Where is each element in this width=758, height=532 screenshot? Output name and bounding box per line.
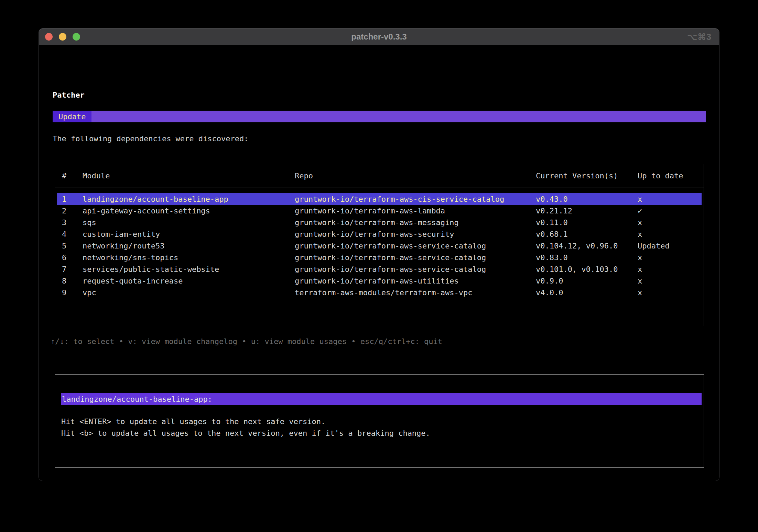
row-versions: v0.43.0 xyxy=(536,195,638,203)
intro-text: The following dependencies were discover… xyxy=(53,134,249,143)
row-up-to-date: x xyxy=(638,277,702,285)
zoom-button[interactable] xyxy=(73,33,80,41)
row-versions: v0.104.12, v0.96.0 xyxy=(536,242,638,250)
table-row[interactable]: 9 vpc terraform-aws-modules/terraform-aw… xyxy=(57,287,702,298)
row-num: 6 xyxy=(62,253,83,262)
minimize-button[interactable] xyxy=(59,33,66,41)
window-shortcut-hint: ⌥⌘3 xyxy=(687,32,712,42)
row-up-to-date: x xyxy=(638,218,702,227)
row-up-to-date: Updated xyxy=(638,242,702,250)
row-repo: gruntwork-io/terraform-aws-lambda xyxy=(295,207,536,215)
row-versions: v0.83.0 xyxy=(536,253,638,262)
tab-bar: Update xyxy=(53,111,706,122)
table-row[interactable]: 3 sqs gruntwork-io/terraform-aws-messagi… xyxy=(57,217,702,228)
row-versions: v0.101.0, v0.103.0 xyxy=(536,265,638,274)
row-up-to-date: x xyxy=(638,195,702,203)
detail-instruction-breaking: Hit <b> to update all usages to the next… xyxy=(61,429,430,437)
row-module: sqs xyxy=(83,218,295,227)
detail-panel: landingzone/account-baseline-app: Hit <E… xyxy=(55,374,704,468)
row-module: custom-iam-entity xyxy=(83,230,295,239)
row-module: services/public-static-website xyxy=(83,265,295,274)
row-versions: v0.68.1 xyxy=(536,230,638,239)
row-module: vpc xyxy=(83,288,295,297)
row-repo: gruntwork-io/terraform-aws-utilities xyxy=(295,277,536,285)
row-module: request-quota-increase xyxy=(83,277,295,285)
detail-instruction-enter: Hit <ENTER> to update all usages to the … xyxy=(61,417,325,426)
row-repo: gruntwork-io/terraform-aws-service-catal… xyxy=(295,242,536,250)
row-module: networking/route53 xyxy=(83,242,295,250)
close-button[interactable] xyxy=(45,33,53,41)
row-versions: v4.0.0 xyxy=(536,288,638,297)
row-up-to-date: x xyxy=(638,265,702,274)
row-num: 9 xyxy=(62,288,83,297)
row-up-to-date: ✓ xyxy=(638,207,702,215)
row-up-to-date: x xyxy=(638,253,702,262)
row-repo: gruntwork-io/terraform-aws-service-catal… xyxy=(295,265,536,274)
table-row[interactable]: 4 custom-iam-entity gruntwork-io/terrafo… xyxy=(57,228,702,240)
row-repo: gruntwork-io/terraform-aws-security xyxy=(295,230,536,239)
table-row[interactable]: 6 networking/sns-topics gruntwork-io/ter… xyxy=(57,252,702,263)
table-body: 1 landingzone/account-baseline-app grunt… xyxy=(55,193,704,298)
row-repo: terraform-aws-modules/terraform-aws-vpc xyxy=(295,288,536,297)
row-num: 4 xyxy=(62,230,83,239)
app-window: patcher-v0.3.3 ⌥⌘3 Patcher Update The fo… xyxy=(39,28,719,481)
table-row[interactable]: 5 networking/route53 gruntwork-io/terraf… xyxy=(57,240,702,252)
row-repo: gruntwork-io/terraform-aws-service-catal… xyxy=(295,253,536,262)
table-row[interactable]: 7 services/public-static-website gruntwo… xyxy=(57,263,702,275)
row-module: networking/sns-topics xyxy=(83,253,295,262)
row-num: 5 xyxy=(62,242,83,250)
row-versions: v0.21.12 xyxy=(536,207,638,215)
table-header: # Module Repo Current Version(s) Up to d… xyxy=(57,170,702,181)
row-module: landingzone/account-baseline-app xyxy=(83,195,295,203)
row-num: 1 xyxy=(62,195,83,203)
tab-update[interactable]: Update xyxy=(53,111,91,122)
desktop-background: patcher-v0.3.3 ⌥⌘3 Patcher Update The fo… xyxy=(0,0,758,532)
column-header-repo: Repo xyxy=(295,171,536,180)
row-repo: gruntwork-io/terraform-aws-messaging xyxy=(295,218,536,227)
row-versions: v0.9.0 xyxy=(536,277,638,285)
table-row[interactable]: 2 api-gateway-account-settings gruntwork… xyxy=(57,205,702,217)
row-num: 2 xyxy=(62,207,83,215)
traffic-lights xyxy=(39,33,80,41)
column-header-up-to-date: Up to date xyxy=(638,171,702,180)
table-row[interactable]: 8 request-quota-increase gruntwork-io/te… xyxy=(57,275,702,287)
row-repo: gruntwork-io/terraform-aws-cis-service-c… xyxy=(295,195,536,203)
table-row[interactable]: 1 landingzone/account-baseline-app grunt… xyxy=(57,193,702,205)
row-up-to-date: x xyxy=(638,288,702,297)
window-title: patcher-v0.3.3 xyxy=(39,32,719,42)
row-num: 3 xyxy=(62,218,83,227)
selected-module-label: landingzone/account-baseline-app: xyxy=(61,393,702,405)
column-header-num: # xyxy=(62,171,83,180)
column-header-module: Module xyxy=(83,171,295,180)
row-module: api-gateway-account-settings xyxy=(83,207,295,215)
window-titlebar[interactable]: patcher-v0.3.3 ⌥⌘3 xyxy=(39,29,719,45)
row-num: 8 xyxy=(62,277,83,285)
table-header-divider xyxy=(55,188,704,188)
row-num: 7 xyxy=(62,265,83,274)
app-heading: Patcher xyxy=(53,91,85,99)
terminal-content: Patcher Update The following dependencie… xyxy=(39,45,719,481)
help-bar: ↑/↓: to select • v: view module changelo… xyxy=(51,337,442,346)
dependencies-table: # Module Repo Current Version(s) Up to d… xyxy=(55,164,704,326)
row-up-to-date: x xyxy=(638,230,702,239)
column-header-versions: Current Version(s) xyxy=(536,171,638,180)
row-versions: v0.11.0 xyxy=(536,218,638,227)
